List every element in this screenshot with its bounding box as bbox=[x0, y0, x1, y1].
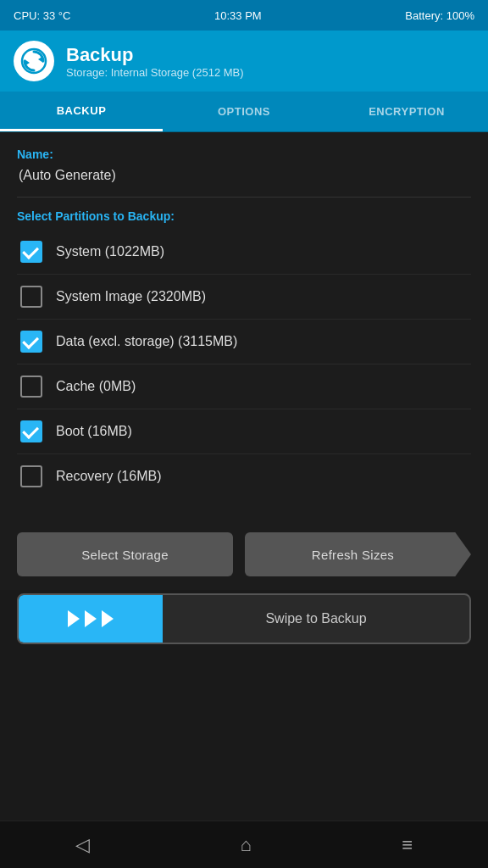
checkbox-system[interactable] bbox=[20, 241, 42, 263]
partition-cache-label: Cache (0MB) bbox=[56, 379, 136, 394]
checkbox-system-image[interactable] bbox=[20, 286, 42, 308]
partitions-label: Select Partitions to Backup: bbox=[17, 209, 471, 223]
app-subtitle: Storage: Internal Storage (2512 MB) bbox=[66, 66, 244, 79]
checkbox-data[interactable] bbox=[20, 331, 42, 353]
checkbox-boot[interactable] bbox=[20, 420, 42, 442]
tab-options[interactable]: OPTIONS bbox=[163, 92, 325, 131]
cpu-status: CPU: 33 °C bbox=[14, 9, 70, 22]
name-label: Name: bbox=[17, 147, 471, 161]
swipe-text: Swipe to Backup bbox=[163, 611, 469, 626]
partition-boot-label: Boot (16MB) bbox=[56, 424, 132, 439]
svg-marker-1 bbox=[38, 56, 43, 63]
partition-system-label: System (1022MB) bbox=[56, 244, 164, 259]
partition-data[interactable]: Data (excl. storage) (3115MB) bbox=[17, 320, 471, 364]
partition-recovery-label: Recovery (16MB) bbox=[56, 469, 161, 484]
checkbox-recovery[interactable] bbox=[20, 465, 42, 487]
partition-system-image-label: System Image (2320MB) bbox=[56, 289, 206, 304]
select-storage-button[interactable]: Select Storage bbox=[17, 532, 233, 576]
tab-encryption[interactable]: ENCRYPTION bbox=[325, 92, 488, 131]
partition-recovery[interactable]: Recovery (16MB) bbox=[17, 454, 471, 498]
tab-backup[interactable]: BACKUP bbox=[0, 92, 163, 131]
play-arrow-3 bbox=[102, 610, 114, 627]
nav-home-icon[interactable]: ⌂ bbox=[240, 834, 251, 856]
partition-data-label: Data (excl. storage) (3115MB) bbox=[56, 334, 237, 349]
partition-system[interactable]: System (1022MB) bbox=[17, 230, 471, 275]
app-icon bbox=[14, 41, 54, 81]
play-arrow-2 bbox=[85, 610, 97, 627]
svg-marker-2 bbox=[25, 59, 30, 66]
partition-system-image[interactable]: System Image (2320MB) bbox=[17, 275, 471, 320]
header-text: Backup Storage: Internal Storage (2512 M… bbox=[66, 44, 244, 79]
checkbox-cache[interactable] bbox=[20, 376, 42, 398]
play-arrow-1 bbox=[68, 610, 80, 627]
name-section: Name: (Auto Generate) bbox=[17, 147, 471, 192]
partition-boot[interactable]: Boot (16MB) bbox=[17, 409, 471, 454]
divider-1 bbox=[17, 197, 471, 198]
name-value[interactable]: (Auto Generate) bbox=[17, 164, 471, 192]
refresh-sizes-button[interactable]: Refresh Sizes bbox=[245, 532, 471, 576]
tabs: BACKUP OPTIONS ENCRYPTION bbox=[0, 92, 488, 132]
bottom-nav: ◁ ⌂ ≡ bbox=[0, 821, 488, 868]
buttons-row: Select Storage Refresh Sizes bbox=[0, 514, 488, 590]
status-bar: CPU: 33 °C 10:33 PM Battery: 100% bbox=[0, 0, 488, 31]
nav-menu-icon[interactable]: ≡ bbox=[402, 834, 413, 856]
app-title: Backup bbox=[66, 44, 244, 66]
swipe-bar[interactable]: Swipe to Backup bbox=[17, 593, 471, 644]
nav-back-icon[interactable]: ◁ bbox=[75, 834, 90, 856]
main-content: Name: (Auto Generate) Select Partitions … bbox=[0, 132, 488, 514]
partition-cache[interactable]: Cache (0MB) bbox=[17, 364, 471, 409]
battery-status: Battery: 100% bbox=[405, 9, 474, 22]
swipe-handle[interactable] bbox=[19, 595, 163, 643]
app-header: Backup Storage: Internal Storage (2512 M… bbox=[0, 31, 488, 92]
time-status: 10:33 PM bbox=[214, 9, 262, 22]
